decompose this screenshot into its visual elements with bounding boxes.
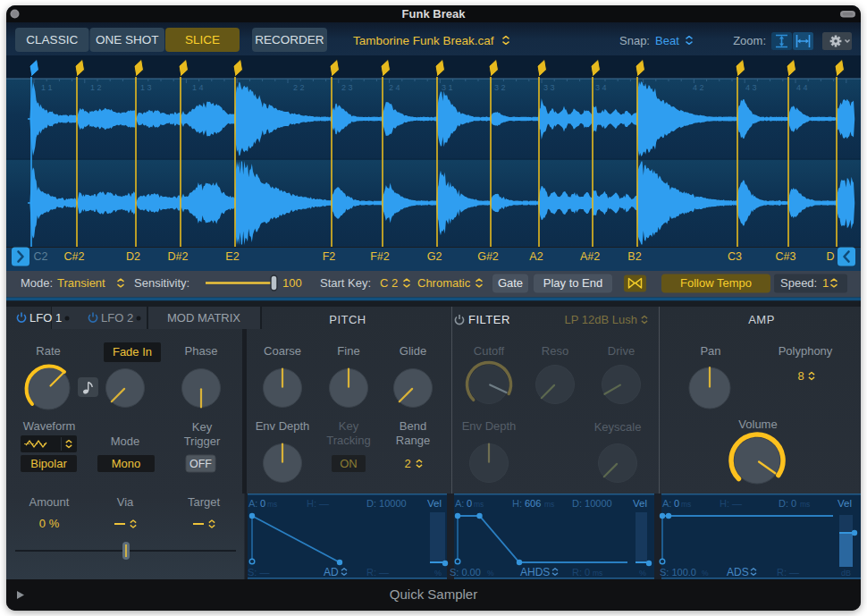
svg-text:Zoom:: Zoom: <box>733 34 766 47</box>
svg-text:D: 0: D: 0 <box>779 498 796 509</box>
svg-text:D#2: D#2 <box>168 250 189 263</box>
svg-text:F#2: F#2 <box>370 250 390 263</box>
svg-text:1 3: 1 3 <box>140 83 152 92</box>
svg-text:Range: Range <box>396 434 430 447</box>
svg-text:Via: Via <box>117 495 134 509</box>
svg-text:ms: ms <box>544 500 554 509</box>
svg-text:Tamborine Funk Break.caf: Tamborine Funk Break.caf <box>353 34 494 47</box>
svg-text:ms: ms <box>593 569 602 578</box>
svg-text:D: 10000: D: 10000 <box>572 498 612 509</box>
svg-text:Vel: Vel <box>633 498 647 509</box>
svg-text:Mono: Mono <box>112 457 141 470</box>
svg-text:G2: G2 <box>427 250 442 263</box>
svg-text:SLICE: SLICE <box>185 33 220 46</box>
svg-text:OFF: OFF <box>189 458 212 470</box>
svg-text:C#2: C#2 <box>64 250 85 263</box>
svg-text:C#3: C#3 <box>776 250 796 263</box>
svg-text:ms: ms <box>800 500 810 509</box>
svg-text:ADS: ADS <box>727 566 749 578</box>
svg-text:Transient: Transient <box>57 276 105 290</box>
svg-text:R: —: R: — <box>366 567 389 578</box>
svg-text:1: 1 <box>822 276 829 290</box>
svg-text:Drive: Drive <box>608 344 635 358</box>
svg-text:%: % <box>702 569 709 578</box>
svg-text:Phase: Phase <box>185 344 218 358</box>
svg-text:3 4: 3 4 <box>595 83 607 92</box>
svg-text:Beat: Beat <box>655 34 679 47</box>
svg-text:Speed:: Speed: <box>780 276 817 290</box>
svg-text:Cutoff: Cutoff <box>474 344 505 358</box>
svg-text:8: 8 <box>797 369 804 383</box>
svg-text:ms: ms <box>474 500 484 509</box>
svg-text:C 2: C 2 <box>380 276 398 290</box>
svg-text:A:: A: <box>662 498 671 509</box>
svg-text:H: —: H: — <box>720 498 742 509</box>
svg-text:Follow Tempo: Follow Tempo <box>680 276 752 290</box>
svg-text:dB: dB <box>841 569 851 578</box>
svg-text:Key: Key <box>192 420 213 434</box>
svg-text:RECORDER: RECORDER <box>255 33 324 46</box>
svg-text:ONE SHOT: ONE SHOT <box>96 33 159 46</box>
svg-text:2 2: 2 2 <box>293 83 305 92</box>
svg-text:Env Depth: Env Depth <box>256 419 310 433</box>
svg-text:A:: A: <box>248 498 257 509</box>
svg-text:D: 10000: D: 10000 <box>366 498 407 509</box>
svg-text:Amount: Amount <box>29 495 70 509</box>
svg-text:CLASSIC: CLASSIC <box>26 33 78 46</box>
svg-text:100: 100 <box>282 276 302 290</box>
svg-text:Glide: Glide <box>400 344 426 358</box>
svg-text:Bipolar: Bipolar <box>30 457 67 470</box>
svg-text:Fine: Fine <box>337 344 359 358</box>
svg-text:A:: A: <box>455 498 464 509</box>
svg-text:Gate: Gate <box>498 276 523 290</box>
svg-text:S: 0.00: S: 0.00 <box>450 567 481 578</box>
svg-text:MOD MATRIX: MOD MATRIX <box>167 311 240 325</box>
svg-text:Mode: Mode <box>111 435 140 448</box>
svg-text:Chromatic: Chromatic <box>417 276 471 290</box>
svg-text:Play to End: Play to End <box>543 276 603 290</box>
svg-text:Funk Break: Funk Break <box>402 7 467 21</box>
svg-text:R: 0: R: 0 <box>572 567 590 578</box>
svg-text:H: —: H: — <box>307 498 329 509</box>
svg-text:Pan: Pan <box>700 344 720 358</box>
svg-text:Rate: Rate <box>36 344 60 358</box>
svg-text:%: % <box>434 569 442 578</box>
svg-text:D: D <box>826 250 834 263</box>
svg-text:%: % <box>487 569 494 578</box>
svg-text:Waveform: Waveform <box>23 419 76 433</box>
svg-text:Reso: Reso <box>542 344 568 358</box>
svg-text:C3: C3 <box>728 250 742 263</box>
svg-text:LP 12dB Lush: LP 12dB Lush <box>565 313 637 326</box>
svg-text:1 1: 1 1 <box>41 83 53 92</box>
svg-text:AD: AD <box>324 566 339 578</box>
svg-text:Sensitivity:: Sensitivity: <box>134 276 189 290</box>
svg-text:Trigger: Trigger <box>184 435 221 448</box>
svg-text:Coarse: Coarse <box>264 344 301 358</box>
svg-text:Volume: Volume <box>738 418 777 431</box>
svg-text:ms: ms <box>267 500 277 509</box>
svg-text:E2: E2 <box>225 250 239 263</box>
svg-text:Tracking: Tracking <box>326 434 370 447</box>
svg-text:Polyphony: Polyphony <box>779 344 833 358</box>
svg-text:Vel: Vel <box>838 498 852 509</box>
svg-text:Key: Key <box>339 419 359 433</box>
svg-text:Target: Target <box>188 495 221 509</box>
svg-text:0 %: 0 % <box>39 517 60 530</box>
svg-text:AHDS: AHDS <box>520 566 550 578</box>
svg-text:1 4: 1 4 <box>192 83 204 92</box>
svg-text:%: % <box>639 569 646 578</box>
svg-text:G#2: G#2 <box>477 250 499 263</box>
svg-text:ms: ms <box>681 500 691 509</box>
svg-text:4 4: 4 4 <box>796 83 808 92</box>
svg-text:LFO 2: LFO 2 <box>101 311 133 325</box>
svg-text:FILTER: FILTER <box>468 313 510 326</box>
svg-text:4 3: 4 3 <box>745 83 757 92</box>
svg-text:C2: C2 <box>34 250 48 263</box>
svg-text:2 3: 2 3 <box>341 83 353 92</box>
svg-text:LFO 1: LFO 1 <box>29 311 62 325</box>
svg-text:0: 0 <box>467 498 472 509</box>
svg-text:Env Depth: Env Depth <box>462 419 517 433</box>
svg-text:S: 100.0: S: 100.0 <box>660 567 696 578</box>
svg-text:Fade In: Fade In <box>113 345 152 359</box>
svg-text:D2: D2 <box>126 250 140 263</box>
